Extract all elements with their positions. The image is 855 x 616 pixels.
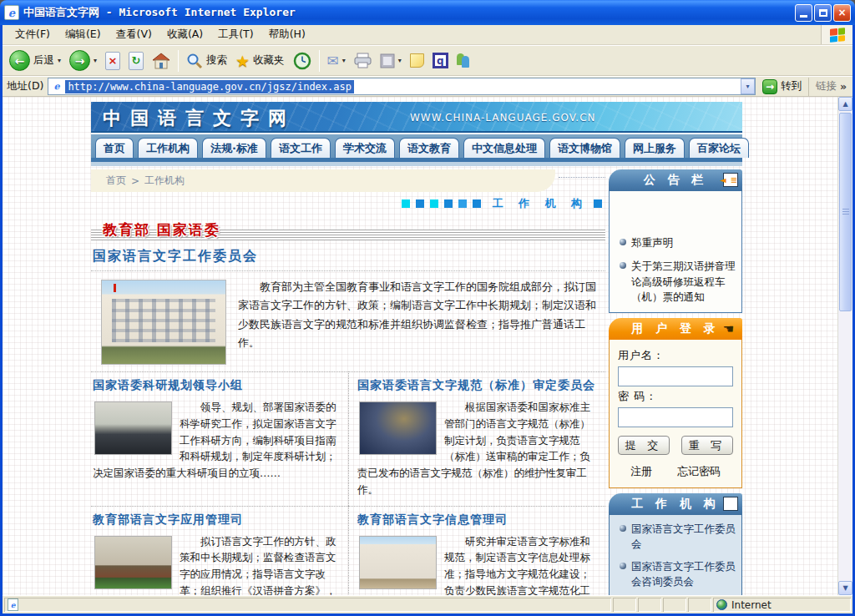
submit-button[interactable]: 提 交 [618,436,670,455]
home-button[interactable] [149,50,174,72]
menu-file[interactable]: 文件(F) [8,25,58,44]
menu-favorites[interactable]: 收藏(A) [159,25,210,44]
nav-tab-info-processing[interactable]: 中文信息处理 [463,138,545,158]
breadcrumb-home-link[interactable]: 首页 [106,174,126,188]
address-label: 地址(D) [7,79,43,93]
nav-tab-forum[interactable]: 百家论坛 [689,138,749,158]
nav-tab-online-service[interactable]: 网上服务 [625,138,685,158]
menu-edit[interactable]: 编辑(E) [58,25,109,44]
breadcrumb-current: 工作机构 [144,174,185,188]
forward-button[interactable]: → ▾ [66,48,100,73]
announcement-link[interactable]: 郑重声明 [631,235,673,251]
close-button[interactable]: × [833,4,851,22]
orgs-header: 工 作 机 构 ❐ [609,493,742,515]
nav-tab-academic[interactable]: 学术交流 [335,138,395,158]
announcement-item[interactable]: 郑重声明 [613,235,738,251]
address-input[interactable]: e http://www.china-language.gov.cn/jgsz/… [48,78,756,95]
edit-icon [380,53,395,68]
address-dropdown-button[interactable]: ▾ [741,78,755,94]
committee-title: 国家语言文字工作委员会 [93,248,605,265]
q-tool-button[interactable]: q [429,50,452,71]
forgot-password-link[interactable]: 忘记密码 [677,464,721,479]
back-button[interactable]: ← 后退 ▾ [6,48,64,73]
org-link-item[interactable]: 国家语言文字工作委员会咨询委员会 [613,559,738,588]
marker-square [444,199,453,208]
favorites-button[interactable]: ★ 收藏夹 [232,49,288,73]
edit-dropdown-icon[interactable]: ▾ [398,57,402,64]
breadcrumb: 首页 > 工作机构 [91,169,555,192]
toolbar-separator [319,50,320,72]
menu-tools[interactable]: 工具(T) [210,25,261,44]
announcement-icon: ◄≡ [723,173,738,187]
mail-dropdown-icon[interactable]: ▾ [342,57,346,64]
status-pane [613,598,636,612]
password-label: 密 码： [618,389,733,404]
stop-icon: × [105,52,120,70]
minimize-button[interactable] [795,4,812,22]
nav-tab-regulations[interactable]: 法规·标准 [202,138,266,158]
username-field[interactable] [618,366,733,386]
address-url-text[interactable]: http://www.china-language.gov.cn/jgsz/in… [65,80,354,93]
section-marker-label: 工 作 机 构 [492,196,588,211]
edit-button[interactable]: ▾ [377,51,405,71]
menu-help[interactable]: 帮助(H) [261,25,313,44]
org-section-title[interactable]: 国家语委语言文字规范（标准）审定委员会 [357,378,599,393]
register-link[interactable]: 注册 [630,464,652,479]
messenger-button[interactable] [453,51,473,70]
scrollbar-track[interactable] [838,111,852,581]
nav-tab-orgs[interactable]: 工作机构 [138,138,198,158]
print-button[interactable] [351,50,375,71]
org-section-title[interactable]: 教育部语言文字应用管理司 [93,512,341,528]
forward-dropdown-icon[interactable]: ▾ [94,57,97,64]
site-domain: WWW.CHINA-LANGUAGE.GOV.CN [410,112,596,124]
nav-tab-education[interactable]: 语文教育 [399,138,459,158]
links-bar[interactable]: 链接 » [808,78,848,96]
home-icon [152,53,170,69]
reset-button[interactable]: 重 写 [681,436,733,455]
org-photo [359,401,437,455]
standard-toolbar: ← 后退 ▾ → ▾ × ↻ [3,45,852,76]
announcements-title: 公 告 栏 [644,173,708,188]
main-content: 首页 > 工作机构 [91,169,605,595]
nav-tab-language-work[interactable]: 语文工作 [271,138,331,158]
org-section-title[interactable]: 教育部语言文字信息管理司 [357,512,599,528]
login-panel: 用 户 登 录 ☚ 用户名： 密 码： 提 交 [609,318,742,488]
announcement-link[interactable]: 关于第三期汉语拼音理论高级研修班返程车（机）票的通知 [631,259,738,305]
status-pane [688,598,711,612]
stop-button[interactable]: × [102,49,124,73]
org-section-title[interactable]: 国家语委科研规划领导小组 [93,378,341,393]
site-nav: 首页 工作机构 法规·标准 语文工作 学术交流 语文教育 中文信息处理 语文博物… [91,133,742,158]
back-dropdown-icon[interactable]: ▾ [58,57,61,64]
nav-tab-home[interactable]: 首页 [95,138,134,158]
search-label: 搜索 [206,53,227,68]
nav-tab-museum[interactable]: 语文博物馆 [549,138,620,158]
ministry-heading-text: 教育部 国家语委 [91,218,220,241]
scroll-down-button[interactable]: ▼ [838,581,852,595]
windows-flag-icon [830,28,845,43]
password-field[interactable] [618,407,733,427]
status-main-pane: e [4,598,611,612]
orgs-body: 国家语言文字工作委员会 国家语言文字工作委员会咨询委员会 国家语委科研规划领导小… [609,515,742,595]
minimize-icon [800,15,807,18]
announcement-item[interactable]: 关于第三期汉语拼音理论高级研修班返程车（机）票的通知 [613,259,738,305]
org-link[interactable]: 国家语言文字工作委员会 [631,522,738,551]
go-button[interactable]: → 转到 [760,78,804,95]
search-icon [186,53,203,69]
scroll-up-button[interactable]: ▲ [838,97,852,111]
links-label: 链接 [816,79,837,93]
history-button[interactable] [290,49,315,73]
mail-button[interactable]: ✉ ▾ [324,50,349,72]
vertical-scrollbar[interactable]: ▲ ▼ [837,97,852,595]
scrollbar-thumb[interactable] [839,113,852,311]
go-label: 转到 [781,79,802,93]
orgs-panel: 工 作 机 构 ❐ 国家语言文字工作委员会 [609,493,742,595]
maximize-button[interactable] [814,4,832,22]
back-label: 后退 [33,53,54,68]
search-button[interactable]: 搜索 [183,50,230,72]
refresh-button[interactable]: ↻ [125,49,147,73]
notes-button[interactable] [407,51,428,70]
org-link[interactable]: 国家语言文字工作委员会咨询委员会 [631,559,738,588]
menu-view[interactable]: 查看(V) [109,25,159,44]
announcements-header: 公 告 栏 ◄≡ [609,169,742,191]
org-link-item[interactable]: 国家语言文字工作委员会 [613,522,738,551]
